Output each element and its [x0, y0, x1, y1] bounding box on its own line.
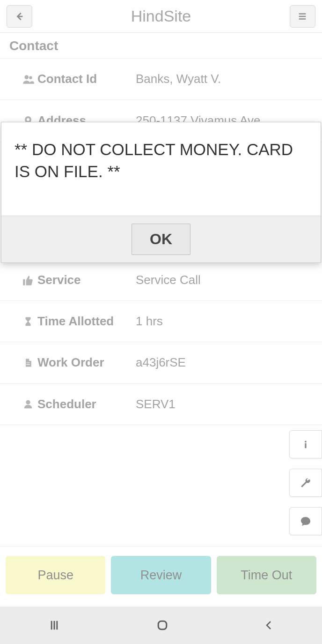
- row-contact-id[interactable]: Contact Id Banks, Wyatt V.: [0, 59, 322, 100]
- comment-icon: [299, 516, 312, 527]
- thumb-icon: [19, 274, 37, 286]
- home-icon: [155, 618, 169, 632]
- svg-point-0: [24, 75, 29, 79]
- nav-recents[interactable]: [47, 619, 61, 632]
- user-icon: [19, 398, 37, 410]
- info-icon: [301, 438, 310, 450]
- svg-point-3: [305, 441, 307, 442]
- review-button[interactable]: Review: [111, 556, 211, 594]
- scheduler-label: Scheduler: [37, 397, 136, 412]
- section-heading: Contact: [0, 33, 322, 59]
- document-icon: [19, 356, 37, 369]
- svg-point-1: [29, 76, 32, 79]
- recents-icon: [47, 619, 61, 632]
- arrow-left-icon: [15, 11, 25, 22]
- row-service[interactable]: Service Service Call: [0, 260, 322, 301]
- svg-rect-4: [305, 443, 306, 449]
- svg-point-2: [26, 400, 30, 404]
- contact-id-label: Contact Id: [37, 72, 136, 86]
- row-time-allotted[interactable]: Time Allotted 1 hrs: [0, 301, 322, 342]
- nav-home[interactable]: [155, 618, 169, 632]
- nav-back[interactable]: [263, 619, 275, 632]
- users-icon: [19, 73, 37, 85]
- hourglass-icon: [19, 315, 37, 328]
- pause-button[interactable]: Pause: [6, 556, 105, 594]
- alert-footer: OK: [1, 216, 321, 262]
- app-title: HindSite: [131, 7, 191, 25]
- comment-button[interactable]: [289, 507, 322, 535]
- action-bar: Pause Review Time Out: [0, 546, 322, 604]
- chevron-left-icon: [263, 619, 275, 632]
- time-value: 1 hrs: [136, 314, 163, 329]
- hamburger-icon: [297, 11, 307, 22]
- alert-message: ** DO NOT COLLECT MONEY. CARD IS ON FILE…: [1, 122, 321, 216]
- timeout-button[interactable]: Time Out: [217, 556, 316, 594]
- work-order-value: a43j6rSE: [136, 355, 186, 370]
- service-label: Service: [37, 273, 136, 287]
- work-order-label: Work Order: [37, 355, 136, 370]
- service-value: Service Call: [136, 273, 201, 287]
- row-scheduler[interactable]: Scheduler SERV1: [0, 384, 322, 425]
- tools-button[interactable]: [289, 469, 322, 497]
- menu-button[interactable]: [290, 5, 315, 28]
- app-header: HindSite: [0, 0, 322, 33]
- scheduler-value: SERV1: [136, 397, 176, 412]
- svg-rect-5: [158, 621, 167, 629]
- time-label: Time Allotted: [37, 314, 136, 329]
- row-work-order[interactable]: Work Order a43j6rSE: [0, 342, 322, 383]
- system-nav: [0, 607, 322, 644]
- ok-button[interactable]: OK: [132, 224, 190, 255]
- info-button[interactable]: [289, 430, 322, 458]
- contact-id-value: Banks, Wyatt V.: [136, 72, 221, 86]
- alert-dialog: ** DO NOT COLLECT MONEY. CARD IS ON FILE…: [1, 122, 321, 263]
- wrench-icon: [300, 477, 312, 489]
- back-button[interactable]: [7, 5, 32, 28]
